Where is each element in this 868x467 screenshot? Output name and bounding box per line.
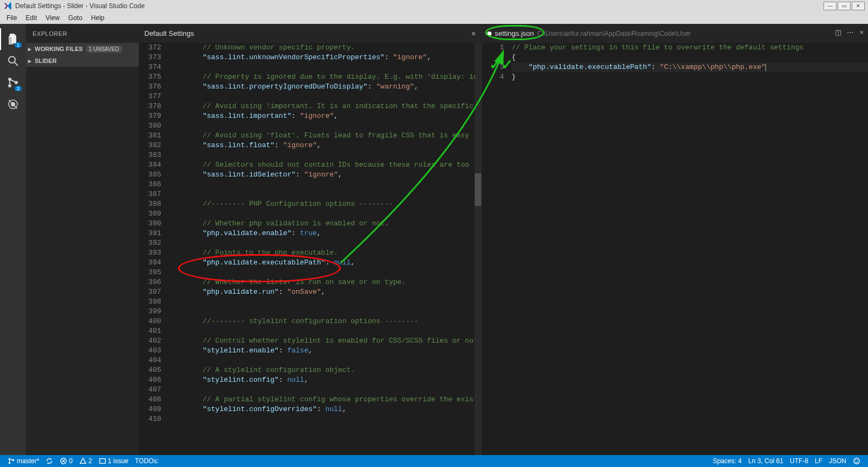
menu-edit[interactable]: Edit bbox=[21, 13, 41, 23]
scrollbar-thumb[interactable] bbox=[475, 173, 481, 206]
svg-rect-14 bbox=[99, 459, 105, 464]
status-sync[interactable] bbox=[42, 457, 56, 465]
svg-line-1 bbox=[15, 62, 18, 66]
status-position[interactable]: Ln 3, Col 61 bbox=[745, 457, 787, 465]
svg-point-10 bbox=[12, 459, 15, 462]
window-titlebar: Default Settings - Slider - Visual Studi… bbox=[0, 0, 868, 12]
status-eol[interactable]: LF bbox=[812, 457, 826, 465]
svg-point-15 bbox=[854, 458, 860, 464]
svg-point-9 bbox=[9, 462, 11, 464]
tab-path: C:\Users\arifur.rahman\AppData\Roaming\C… bbox=[537, 30, 691, 37]
more-icon[interactable]: ⋯ bbox=[847, 28, 854, 36]
minimize-button[interactable]: — bbox=[824, 2, 837, 10]
bug-icon bbox=[7, 98, 20, 111]
sidebar-section-label: WORKING FILES bbox=[35, 46, 83, 52]
menu-help[interactable]: Help bbox=[87, 13, 109, 23]
sync-icon bbox=[46, 457, 53, 465]
sidebar-section-working-files[interactable]: ▸ WORKING FILES 1 UNSAVED bbox=[26, 43, 139, 55]
status-language[interactable]: JSON bbox=[826, 457, 850, 465]
activity-debug[interactable] bbox=[0, 93, 26, 115]
tab-default-settings[interactable]: Default Settings bbox=[144, 29, 194, 37]
sidebar-section-label: SLIDER bbox=[35, 58, 56, 64]
svg-point-8 bbox=[9, 458, 11, 460]
menubar: File Edit View Goto Help bbox=[0, 12, 868, 24]
vscode-icon bbox=[3, 2, 12, 10]
tabbar-right: settings.json C:\Users\arifur.rahman\App… bbox=[482, 24, 868, 43]
dirty-indicator-icon bbox=[487, 31, 492, 36]
editor-group: Default Settings × 372373374375376377378… bbox=[139, 24, 868, 455]
chevron-right-icon: ▸ bbox=[28, 46, 35, 53]
smiley-icon bbox=[853, 457, 860, 465]
unsaved-pill: 1 UNSAVED bbox=[86, 46, 122, 53]
sidebar: EXPLORER ▸ WORKING FILES 1 UNSAVED ▸ SLI… bbox=[26, 24, 139, 455]
code-right[interactable]: // Place your settings in this file to o… bbox=[512, 43, 868, 455]
close-button[interactable]: ✕ bbox=[852, 2, 865, 10]
activity-bar: 1 2 bbox=[0, 24, 26, 455]
sidebar-title: EXPLORER bbox=[26, 24, 139, 43]
svg-point-3 bbox=[8, 84, 11, 87]
svg-point-0 bbox=[9, 56, 15, 63]
tabbar-left: Default Settings × bbox=[139, 24, 481, 43]
tab-settings-json[interactable]: settings.json bbox=[495, 29, 534, 37]
svg-point-17 bbox=[857, 459, 858, 460]
status-issues[interactable]: 1 issue bbox=[95, 457, 132, 465]
status-warnings[interactable]: 2 bbox=[76, 457, 95, 465]
svg-point-16 bbox=[855, 459, 856, 460]
scrollbar-vertical[interactable] bbox=[475, 43, 481, 455]
close-icon[interactable]: × bbox=[471, 29, 476, 38]
editor-pane-settings-json: settings.json C:\Users\arifur.rahman\App… bbox=[482, 24, 868, 455]
split-editor-icon[interactable]: ◫ bbox=[835, 28, 841, 36]
code-area-left[interactable]: 3723733743753763773783793803813823833843… bbox=[139, 43, 481, 455]
status-todos[interactable]: TODOs: bbox=[132, 457, 162, 465]
status-spaces[interactable]: Spaces: 4 bbox=[710, 457, 745, 465]
explorer-badge: 1 bbox=[15, 42, 22, 48]
warning-icon bbox=[79, 457, 87, 465]
menu-file[interactable]: File bbox=[2, 13, 21, 23]
editor-pane-default-settings: Default Settings × 372373374375376377378… bbox=[139, 24, 482, 455]
code-left[interactable]: // Unknown vendor specific property. "sa… bbox=[169, 43, 475, 455]
issue-icon bbox=[99, 457, 106, 465]
branch-icon bbox=[8, 457, 15, 465]
activity-git[interactable]: 2 bbox=[0, 72, 26, 93]
chevron-right-icon: ▸ bbox=[28, 58, 35, 65]
gutter-left: 3723733743753763773783793803813823833843… bbox=[139, 43, 169, 455]
search-icon bbox=[7, 54, 20, 67]
status-feedback[interactable] bbox=[850, 457, 864, 465]
maximize-button[interactable]: ▭ bbox=[838, 2, 851, 10]
menu-goto[interactable]: Goto bbox=[64, 13, 87, 23]
window-controls: — ▭ ✕ bbox=[824, 2, 865, 10]
editor-actions: ◫ ⋯ × bbox=[835, 28, 864, 36]
activity-search[interactable] bbox=[0, 50, 26, 72]
statusbar: master* 0 2 1 issue TODOs: Spaces: 4 Ln … bbox=[0, 455, 868, 467]
gutter-right: 1234 bbox=[482, 43, 512, 455]
git-badge: 2 bbox=[15, 86, 22, 91]
activity-explorer[interactable]: 1 bbox=[0, 28, 26, 50]
sidebar-section-slider[interactable]: ▸ SLIDER bbox=[26, 55, 139, 67]
code-area-right[interactable]: 1234 // Place your settings in this file… bbox=[482, 43, 868, 455]
window-title: Default Settings - Slider - Visual Studi… bbox=[15, 2, 824, 10]
status-encoding[interactable]: UTF-8 bbox=[787, 457, 812, 465]
status-branch[interactable]: master* bbox=[4, 457, 42, 465]
error-icon bbox=[60, 457, 67, 465]
menu-view[interactable]: View bbox=[41, 13, 64, 23]
close-icon[interactable]: × bbox=[859, 28, 864, 36]
status-errors[interactable]: 0 bbox=[56, 457, 76, 465]
